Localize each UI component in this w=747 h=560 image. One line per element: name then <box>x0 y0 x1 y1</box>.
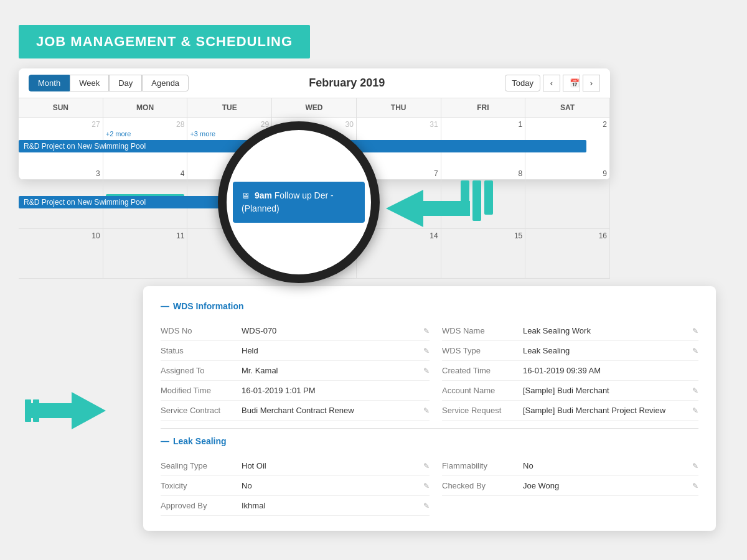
edit-checked-icon[interactable]: ✎ <box>692 482 698 490</box>
day-fri: FRI <box>441 98 526 118</box>
assigned-value: Mr. Kamal <box>242 366 418 375</box>
assigned-row: Assigned To Mr. Kamal ✎ <box>161 361 430 381</box>
day-number: 28 <box>106 120 185 129</box>
wds-no-row: WDS No WDS-070 ✎ <box>161 321 430 341</box>
status-label: Status <box>161 346 242 355</box>
leak-info-grid: Sealing Type Hot Oil ✎ Toxicity No ✎ App… <box>161 456 698 516</box>
toxicity-row: Toxicity No ✎ <box>161 476 430 496</box>
account-value: [Sample] Budi Merchant <box>523 386 687 395</box>
calendar-toolbar: Month Week Day Agenda February 2019 Toda… <box>19 68 610 98</box>
section-divider <box>161 428 698 429</box>
edit-service-contract-icon[interactable]: ✎ <box>423 406 430 415</box>
wds-right-col: WDS Name Leak Sealing Work ✎ WDS Type Le… <box>430 321 698 421</box>
tab-agenda[interactable]: Agenda <box>142 75 189 91</box>
tab-day[interactable]: Day <box>109 75 142 91</box>
meeting-event[interactable]: 🖥 2:30pm Meeting w <box>106 194 185 204</box>
tab-month[interactable]: Month <box>29 75 70 91</box>
svg-rect-5 <box>33 399 39 422</box>
edit-toxicity-icon[interactable]: ✎ <box>423 482 430 490</box>
day-number: 2 <box>528 120 607 129</box>
next-button[interactable]: › <box>583 75 600 91</box>
sealing-type-row: Sealing Type Hot Oil ✎ <box>161 456 430 476</box>
edit-wds-name-icon[interactable]: ✎ <box>692 327 698 335</box>
assigned-label: Assigned To <box>161 366 242 375</box>
arrow-right-icon <box>25 386 106 438</box>
service-request-value: [Sample] Budi Merchant Project Review <box>523 406 687 415</box>
leak-section-title: Leak Sealing <box>161 436 698 446</box>
prev-button[interactable]: ‹ <box>543 75 560 91</box>
wds-type-row: WDS Type Leak Sealing ✎ <box>442 341 698 361</box>
created-label: Created Time <box>442 366 523 375</box>
day-sun: SUN <box>19 98 103 118</box>
teal-bar-3 <box>484 180 493 215</box>
calendar-icon-button[interactable]: 📅 <box>563 75 580 91</box>
service-contract-row: Service Contract Budi Merchant Contract … <box>161 401 430 421</box>
wds-section-title: WDS Information <box>161 301 698 311</box>
tab-week[interactable]: Week <box>70 75 109 91</box>
cal-row2-mon[interactable]: 4 🖥 2:30pm Meeting w <box>103 167 188 229</box>
magnifier-event: 🖥 9am Follow up Der - (Planned) <box>233 182 365 223</box>
wds-name-row: WDS Name Leak Sealing Work ✎ <box>442 321 698 341</box>
edit-assigned-icon[interactable]: ✎ <box>423 366 430 375</box>
edit-service-request-icon[interactable]: ✎ <box>692 406 698 415</box>
status-value: Held <box>242 346 418 355</box>
cal-row2-sun[interactable]: 3 <box>19 167 103 229</box>
account-row: Account Name [Sample] Budi Merchant ✎ <box>442 381 698 401</box>
leak-right-col: Flammability No ✎ Checked By Joe Wong ✎ <box>430 456 698 516</box>
cal-row3-sun[interactable]: 10 <box>19 229 103 279</box>
day-number: 1 <box>444 120 523 129</box>
edit-flammability-icon[interactable]: ✎ <box>692 462 698 470</box>
checked-value: Joe Wong <box>523 481 687 490</box>
day-num: 4 <box>106 169 185 178</box>
checked-label: Checked By <box>442 481 523 490</box>
wds-type-value: Leak Sealing <box>523 346 687 355</box>
arrow-left-icon <box>386 184 473 236</box>
day-mon: MON <box>103 98 188 118</box>
nav-controls: Today ‹ 📅 › <box>505 75 600 91</box>
edit-account-icon[interactable]: ✎ <box>692 386 698 395</box>
day-num: 8 <box>444 169 523 178</box>
approved-value: Ikhmal <box>242 501 418 510</box>
page-title: JOB MANAGEMENT & SCHEDULING <box>19 25 310 58</box>
service-request-label: Service Request <box>442 406 523 415</box>
calendar-day-headers: SUN MON TUE WED THU FRI SAT <box>19 98 610 118</box>
flammability-label: Flammability <box>442 461 523 470</box>
view-tabs: Month Week Day Agenda <box>29 75 189 91</box>
edit-wds-no-icon[interactable]: ✎ <box>423 327 430 335</box>
wds-name-value: Leak Sealing Work <box>523 326 687 335</box>
more-events-1[interactable]: +2 more <box>106 130 185 138</box>
modified-label: Modified Time <box>161 386 242 395</box>
service-request-row: Service Request [Sample] Budi Merchant P… <box>442 401 698 421</box>
day-number: 27 <box>21 120 100 129</box>
day-num: 11 <box>106 231 185 240</box>
toxicity-label: Toxicity <box>161 481 242 490</box>
day-sat: SAT <box>525 98 610 118</box>
day-num: 9 <box>528 169 607 178</box>
cal-row3-sat[interactable]: 16 <box>525 229 610 279</box>
magnifier: 🖥 9am Follow up Der - (Planned) <box>218 121 380 283</box>
approved-label: Approved By <box>161 501 242 510</box>
day-thu: THU <box>357 98 441 118</box>
day-num: 3 <box>21 169 100 178</box>
magnifier-content: 🖥 9am Follow up Der - (Planned) <box>227 175 371 229</box>
magnifier-event-time: 9am <box>255 190 272 200</box>
wds-name-label: WDS Name <box>442 326 523 335</box>
edit-status-icon[interactable]: ✎ <box>423 347 430 355</box>
wds-type-label: WDS Type <box>442 346 523 355</box>
cal-row2-sat[interactable]: 9 <box>525 167 610 229</box>
toxicity-value: No <box>242 481 418 490</box>
service-contract-label: Service Contract <box>161 406 242 415</box>
status-row: Status Held ✎ <box>161 341 430 361</box>
service-contract-value: Budi Merchant Contract Renew <box>242 406 418 415</box>
edit-sealing-type-icon[interactable]: ✎ <box>423 462 430 470</box>
day-num: 16 <box>528 231 607 240</box>
edit-approved-icon[interactable]: ✎ <box>423 502 430 510</box>
flammability-row: Flammability No ✎ <box>442 456 698 476</box>
edit-wds-type-icon[interactable]: ✎ <box>692 347 698 355</box>
modified-row: Modified Time 16-01-2019 1:01 PM <box>161 381 430 401</box>
cal-row3-mon[interactable]: 11 <box>103 229 188 279</box>
checked-row: Checked By Joe Wong ✎ <box>442 476 698 496</box>
today-button[interactable]: Today <box>505 75 540 91</box>
cal-row3-fri[interactable]: 15 <box>441 229 526 279</box>
wds-info-grid: WDS No WDS-070 ✎ Status Held ✎ Assigned … <box>161 321 698 421</box>
